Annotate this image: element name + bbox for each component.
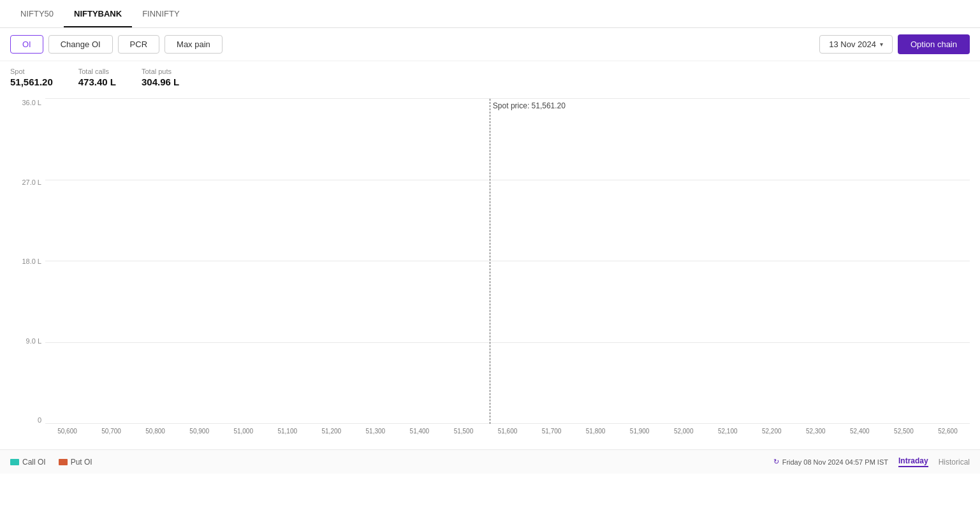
date-selector[interactable]: 13 Nov 2024 ▾ [819, 35, 893, 54]
footer-right: ↻ Friday 08 Nov 2024 04:57 PM IST Intrad… [773, 456, 970, 467]
stats-row: Spot 51,561.20 Total calls 473.40 L Tota… [0, 61, 980, 92]
x-axis-label: 51,000 [221, 428, 265, 435]
tab-nifty50[interactable]: NIFTY50 [10, 1, 64, 27]
pcr-button[interactable]: PCR [118, 35, 159, 54]
legend: Call OI Put OI [10, 458, 92, 467]
x-axis-label: 52,400 [838, 428, 882, 435]
puts-stat: Total puts 304.96 L [142, 68, 179, 87]
y-axis-label: 9.0 L [10, 337, 45, 345]
x-axis-label: 50,900 [177, 428, 221, 435]
oi-button[interactable]: OI [10, 35, 43, 54]
bars-wrapper [45, 99, 970, 424]
y-axis-label: 0 [10, 416, 45, 424]
spot-label: Spot price: 51,561.20 [493, 101, 566, 110]
put-color-swatch [59, 459, 68, 465]
chart-container: 09.0 L18.0 L27.0 L36.0 L Spot price: 51,… [10, 99, 970, 449]
x-axis-label: 52,300 [794, 428, 838, 435]
chart-inner: Spot price: 51,561.20 [45, 99, 970, 424]
tab-finnifty[interactable]: FINNIFTY [132, 1, 190, 27]
x-axis-label: 52,000 [662, 428, 706, 435]
x-axis-label: 51,900 [618, 428, 662, 435]
x-axis-label: 52,200 [750, 428, 794, 435]
y-axis: 09.0 L18.0 L27.0 L36.0 L [10, 99, 45, 424]
y-axis-label: 18.0 L [10, 258, 45, 265]
y-axis-label: 27.0 L [10, 178, 45, 186]
put-legend-item: Put OI [59, 458, 92, 467]
x-axis-label: 52,100 [706, 428, 750, 435]
spot-label: Spot [10, 68, 53, 75]
x-axis-label: 51,300 [353, 428, 397, 435]
historical-button[interactable]: Historical [939, 458, 970, 467]
x-axis-label: 52,500 [882, 428, 926, 435]
x-axis-label: 50,600 [45, 428, 89, 435]
put-legend-label: Put OI [71, 458, 92, 467]
x-axis-label: 51,400 [397, 428, 441, 435]
timestamp-text: Friday 08 Nov 2024 04:57 PM IST [782, 458, 888, 466]
date-value: 13 Nov 2024 [829, 40, 876, 49]
chart-area: 09.0 L18.0 L27.0 L36.0 L Spot price: 51,… [0, 92, 980, 449]
x-axis-label: 51,600 [485, 428, 529, 435]
call-color-swatch [10, 459, 19, 465]
spot-stat: Spot 51,561.20 [10, 68, 53, 87]
chevron-down-icon: ▾ [880, 41, 883, 48]
option-chain-button[interactable]: Option chain [898, 34, 970, 54]
x-axis-label: 51,700 [530, 428, 574, 435]
x-axis-label: 51,100 [265, 428, 309, 435]
x-axis-label: 51,200 [309, 428, 353, 435]
calls-value: 473.40 L [78, 76, 116, 87]
call-legend-item: Call OI [10, 458, 46, 467]
puts-value: 304.96 L [142, 76, 179, 87]
puts-label: Total puts [142, 68, 179, 75]
x-axis-label: 52,600 [926, 428, 970, 435]
spot-value: 51,561.20 [10, 76, 53, 87]
y-axis-label: 36.0 L [10, 99, 45, 106]
top-nav: NIFTY50 NIFTYBANK FINNIFTY [0, 0, 980, 28]
change-oi-button[interactable]: Change OI [48, 35, 113, 54]
x-axis-label: 50,800 [133, 428, 177, 435]
max-pain-button[interactable]: Max pain [165, 35, 223, 54]
refresh-icon: ↻ Friday 08 Nov 2024 04:57 PM IST [773, 458, 888, 466]
toolbar: OI Change OI PCR Max pain 13 Nov 2024 ▾ … [0, 28, 980, 61]
calls-stat: Total calls 473.40 L [78, 68, 116, 87]
footer: Call OI Put OI ↻ Friday 08 Nov 2024 04:5… [0, 449, 980, 474]
calls-label: Total calls [78, 68, 116, 75]
x-axis-label: 51,800 [574, 428, 618, 435]
intraday-button[interactable]: Intraday [898, 456, 928, 467]
x-axis-label: 50,700 [89, 428, 133, 435]
x-axis: 50,60050,70050,80050,90051,00051,10051,2… [45, 424, 970, 449]
call-legend-label: Call OI [22, 458, 46, 467]
spot-line: Spot price: 51,561.20 [490, 99, 490, 424]
x-axis-label: 51,500 [441, 428, 485, 435]
tab-niftybank[interactable]: NIFTYBANK [64, 1, 132, 27]
